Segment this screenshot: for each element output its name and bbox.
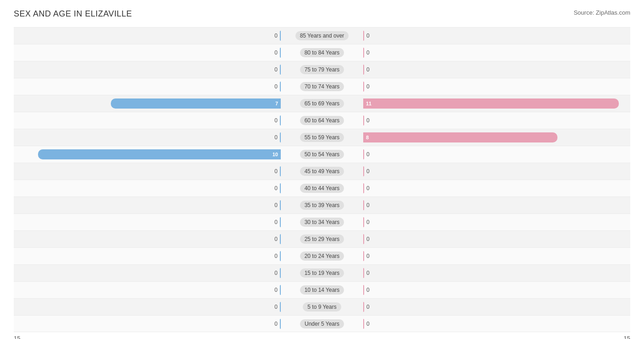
female-value: 0 xyxy=(366,236,376,242)
center-label-wrap: 55 to 59 Years xyxy=(281,129,363,146)
age-label: 80 to 84 Years xyxy=(300,48,344,57)
axis-row: 15 15 xyxy=(14,335,630,339)
male-value: 0 xyxy=(268,168,278,175)
male-value: 0 xyxy=(268,83,278,90)
male-value: 0 xyxy=(268,270,278,276)
female-bar xyxy=(363,31,364,41)
female-bar xyxy=(363,268,364,278)
chart-area: 085 Years and over0080 to 84 Years0075 t… xyxy=(14,27,630,332)
age-label: Under 5 Years xyxy=(300,319,344,328)
left-half: 0 xyxy=(14,316,281,332)
age-label: 25 to 29 Years xyxy=(300,235,344,244)
age-label: 5 to 9 Years xyxy=(303,302,341,312)
male-value: 0 xyxy=(268,49,278,56)
age-label: 75 to 79 Years xyxy=(300,65,344,74)
left-half: 7 xyxy=(14,95,281,112)
male-bar: 10 xyxy=(38,149,281,159)
female-value-inside: 11 xyxy=(363,101,371,106)
age-label: 65 to 69 Years xyxy=(300,99,344,108)
male-value: 0 xyxy=(268,304,278,310)
right-half: 0 xyxy=(363,231,630,247)
center-label-wrap: 85 Years and over xyxy=(281,27,363,44)
male-value: 0 xyxy=(268,33,278,39)
right-half: 0 xyxy=(363,61,630,78)
left-half: 0 xyxy=(14,265,281,281)
center-label-wrap: 15 to 19 Years xyxy=(281,265,363,281)
female-value: 0 xyxy=(366,49,376,56)
female-value: 0 xyxy=(366,321,376,327)
male-bar xyxy=(280,319,281,329)
center-label-wrap: 5 to 9 Years xyxy=(281,299,363,315)
right-half: 0 xyxy=(363,265,630,281)
bar-row: 1050 to 54 Years0 xyxy=(14,146,630,163)
female-value: 0 xyxy=(366,168,376,175)
left-half: 0 xyxy=(14,214,281,230)
male-value: 0 xyxy=(268,287,278,293)
female-bar: 11 xyxy=(363,98,619,109)
right-half: 0 xyxy=(363,214,630,230)
age-label: 15 to 19 Years xyxy=(300,268,344,278)
age-label: 50 to 54 Years xyxy=(300,150,344,159)
right-half: 11 xyxy=(363,95,630,112)
male-bar xyxy=(280,285,281,295)
bar-row: 060 to 64 Years0 xyxy=(14,112,630,129)
bar-row: 010 to 14 Years0 xyxy=(14,281,630,298)
right-half: 0 xyxy=(363,112,630,129)
center-label-wrap: 45 to 49 Years xyxy=(281,163,363,180)
age-label: 35 to 39 Years xyxy=(300,201,344,210)
center-label-wrap: Under 5 Years xyxy=(281,316,363,332)
male-value-inside: 7 xyxy=(275,101,281,106)
right-half: 0 xyxy=(363,316,630,332)
age-label: 45 to 49 Years xyxy=(300,167,344,176)
male-value-inside: 10 xyxy=(273,152,281,157)
age-label: 10 to 14 Years xyxy=(300,285,344,295)
left-half: 0 xyxy=(14,248,281,264)
male-bar xyxy=(280,132,281,142)
female-bar xyxy=(363,251,364,261)
female-value: 0 xyxy=(366,117,376,124)
left-half: 0 xyxy=(14,129,281,146)
female-value: 0 xyxy=(366,202,376,208)
age-label: 70 to 74 Years xyxy=(300,82,344,91)
axis-left: 15 xyxy=(14,335,20,339)
age-label: 20 to 24 Years xyxy=(300,252,344,261)
bar-row: 0Under 5 Years0 xyxy=(14,315,630,332)
male-value: 0 xyxy=(268,202,278,208)
male-bar xyxy=(280,251,281,261)
center-label-wrap: 75 to 79 Years xyxy=(281,61,363,78)
male-value: 0 xyxy=(268,321,278,327)
center-label-wrap: 30 to 34 Years xyxy=(281,214,363,230)
right-half: 0 xyxy=(363,299,630,315)
bar-row: 015 to 19 Years0 xyxy=(14,264,630,281)
left-half: 0 xyxy=(14,180,281,197)
chart-header: SEX AND AGE IN ELIZAVILLE Source: ZipAtl… xyxy=(14,9,630,19)
female-bar xyxy=(363,200,364,210)
female-value: 0 xyxy=(366,66,376,73)
female-bar xyxy=(363,183,364,193)
female-value: 0 xyxy=(366,151,376,158)
bar-row: 055 to 59 Years8 xyxy=(14,129,630,146)
left-half: 0 xyxy=(14,112,281,129)
male-bar xyxy=(280,200,281,210)
bar-row: 070 to 74 Years0 xyxy=(14,78,630,95)
bar-row: 080 to 84 Years0 xyxy=(14,44,630,61)
center-label-wrap: 80 to 84 Years xyxy=(281,44,363,61)
bar-row: 05 to 9 Years0 xyxy=(14,298,630,315)
male-bar xyxy=(280,183,281,193)
center-label-wrap: 50 to 54 Years xyxy=(281,146,363,163)
right-half: 0 xyxy=(363,27,630,44)
female-value: 0 xyxy=(366,270,376,276)
male-bar xyxy=(280,82,281,92)
male-bar xyxy=(280,166,281,176)
male-value: 0 xyxy=(268,134,278,141)
female-value-inside: 8 xyxy=(363,135,369,140)
center-label-wrap: 25 to 29 Years xyxy=(281,231,363,247)
left-half: 0 xyxy=(14,78,281,95)
female-bar xyxy=(363,285,364,295)
female-bar xyxy=(363,82,364,92)
male-bar: 7 xyxy=(111,98,281,109)
bar-row: 040 to 44 Years0 xyxy=(14,180,630,197)
left-half: 0 xyxy=(14,299,281,315)
left-half: 0 xyxy=(14,231,281,247)
female-bar xyxy=(363,166,364,176)
